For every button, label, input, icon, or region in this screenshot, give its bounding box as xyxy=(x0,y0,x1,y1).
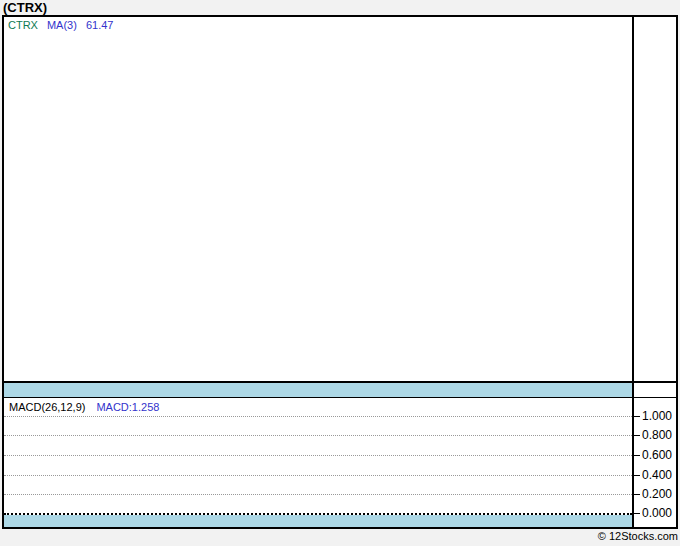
ma-label: MA(3) xyxy=(47,19,77,31)
page-title: (CTRX) xyxy=(3,0,47,15)
y-axis-tick-label: 0.800 xyxy=(642,428,672,442)
price-legend: CTRXMA(3)61.47 xyxy=(8,19,122,31)
macd-gridline xyxy=(4,435,632,436)
macd-gridline xyxy=(4,416,632,417)
price-panel: CTRXMA(3)61.47 xyxy=(4,17,632,381)
macd-indicator-label: MACD(26,12,9) xyxy=(9,401,85,413)
y-axis-tick-label: 0.200 xyxy=(642,487,672,501)
macd-gridline xyxy=(4,475,632,476)
y-axis-tick-label: 0.600 xyxy=(642,448,672,462)
separator-band-top xyxy=(4,383,632,397)
y-axis-tick-label: 0.400 xyxy=(642,468,672,482)
y-axis-tick-label: 0.000 xyxy=(642,506,672,520)
copyright-credit: © 12Stocks.com xyxy=(598,530,678,542)
stock-chart-page: (CTRX) CTRXMA(3)61.47 MACD(26,12,9)MACD:… xyxy=(0,0,680,546)
ticker-symbol-label: CTRX xyxy=(8,19,38,31)
macd-label-row: MACD(26,12,9)MACD:1.258 xyxy=(4,398,632,416)
axis-divider-line xyxy=(632,17,634,527)
chart-frame: CTRXMA(3)61.47 MACD(26,12,9)MACD:1.258 1… xyxy=(2,15,678,529)
macd-value-label: MACD:1.258 xyxy=(96,401,159,413)
y-axis-tick-label: 1.000 xyxy=(642,409,672,423)
separator-band-bottom xyxy=(4,515,632,527)
macd-gridline xyxy=(4,455,632,456)
macd-gridline xyxy=(4,494,632,495)
ma-value: 61.47 xyxy=(86,19,114,31)
macd-legend: MACD(26,12,9)MACD:1.258 xyxy=(9,401,159,413)
